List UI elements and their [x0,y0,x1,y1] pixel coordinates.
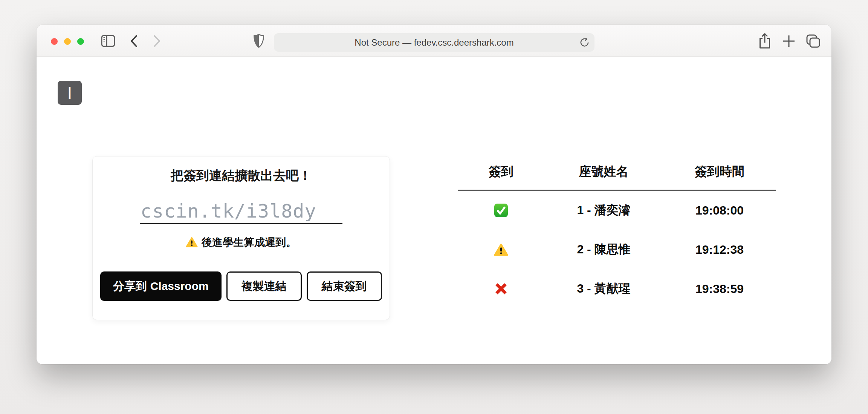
late-warning-text: 後進學生算成遲到。 [202,235,296,250]
address-text: Not Secure — fedev.csc.deershark.com [355,37,513,48]
card-title: 把簽到連結擴散出去吧！ [93,167,390,184]
sidebar-icon [101,35,115,47]
new-tab-button[interactable] [780,25,798,57]
traffic-lights [51,38,84,45]
end-checkin-button[interactable]: 結束簽到 [307,271,382,301]
address-bar[interactable]: Not Secure — fedev.csc.deershark.com [274,33,594,52]
page-logo-letter: I [67,83,72,103]
card-actions: 分享到 Classroom 複製連結 結束簽到 [93,271,390,301]
checkin-link-text: cscin.tk/i3l8dy [141,201,342,221]
forward-button[interactable] [150,25,165,57]
header-checkin-time: 簽到時間 [663,163,776,180]
share-button[interactable] [756,25,773,57]
checkin-time: 19:12:38 [663,243,776,257]
checkin-link-field[interactable]: cscin.tk/i3l8dy [140,201,342,224]
back-button[interactable] [126,25,141,57]
attendance-table: 簽到 座號姓名 簽到時間 1 - 潘奕濬 19:08:00 [458,161,776,308]
warning-icon [186,237,198,248]
student-name: 3 - 黃猷瑆 [544,281,663,297]
table-row: 1 - 潘奕濬 19:08:00 [458,191,776,230]
check-mark-emoji-icon [494,203,509,218]
attendance-table-header: 簽到 座號姓名 簽到時間 [458,161,776,182]
chevron-right-icon [153,34,161,48]
page-content: I 把簽到連結擴散出去吧！ cscin.tk/i3l8dy 後進學生算成遲到。 … [37,57,831,364]
status-cell [458,242,544,257]
privacy-report-button[interactable] [251,25,267,57]
share-icon [758,33,771,49]
browser-window: Not Secure — fedev.csc.deershark.com [37,25,831,364]
tabs-icon [806,34,821,48]
close-window-button[interactable] [51,38,58,45]
header-checkin: 簽到 [458,163,544,180]
tab-overview-button[interactable] [804,25,822,57]
student-name: 1 - 潘奕濬 [544,202,663,219]
share-link-card: 把簽到連結擴散出去吧！ cscin.tk/i3l8dy 後進學生算成遲到。 分享… [92,156,390,320]
plus-icon [782,35,795,48]
late-warning-note: 後進學生算成遲到。 [93,235,390,250]
chevron-left-icon [130,34,138,48]
sidebar-toggle-button[interactable] [100,25,116,57]
browser-toolbar: Not Secure — fedev.csc.deershark.com [37,25,831,57]
status-cell [458,203,544,218]
minimize-window-button[interactable] [64,38,71,45]
header-seat-name: 座號姓名 [544,163,663,180]
cross-mark-emoji-icon [494,281,509,296]
copy-link-button[interactable]: 複製連結 [226,271,302,301]
warning-emoji-icon [494,243,508,257]
page-logo-tile: I [58,81,82,105]
share-to-classroom-button[interactable]: 分享到 Classroom [100,271,221,301]
checkin-time: 19:08:00 [663,204,776,218]
checkin-time: 19:38:59 [663,282,776,296]
shield-icon [253,34,264,48]
table-row: 2 - 陳思惟 19:12:38 [458,230,776,269]
reload-button[interactable] [579,37,590,50]
table-row: 3 - 黃猷瑆 19:38:59 [458,269,776,308]
zoom-window-button[interactable] [77,38,84,45]
student-name: 2 - 陳思惟 [544,241,663,258]
reload-icon [579,37,590,48]
status-cell [458,281,544,297]
